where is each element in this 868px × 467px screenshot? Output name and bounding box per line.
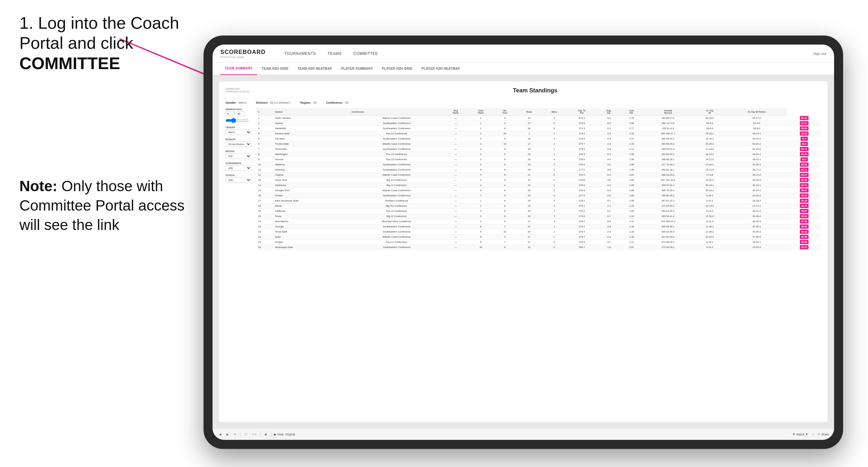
table-cell: -3.5 <box>597 178 620 183</box>
table-cell: 8-14-0 <box>693 209 726 214</box>
table-cell: — <box>443 147 468 152</box>
toolbar-btn-5[interactable]: □ + <box>251 432 258 437</box>
table-cell: 58.94 <box>787 178 821 183</box>
step-title: 1. Log into the Coach Portal and click C… <box>20 13 207 73</box>
table-cell: 6 <box>542 121 566 126</box>
table-cell: 87.21 <box>787 121 821 126</box>
table-row: 6Florida StateAtlantic Coast Conference—… <box>256 142 821 147</box>
school-select[interactable]: (All) <box>225 177 251 183</box>
table-cell: 23 <box>517 162 542 167</box>
table-cell: 40-33-3 <box>726 178 787 183</box>
table-cell: 268 83-15.0 <box>643 173 693 178</box>
sub-nav-team-h2h-grid[interactable]: TEAM H2H GRID <box>257 63 293 75</box>
table-cell: 26 <box>517 188 542 193</box>
table-cell: 276.6 <box>567 183 597 188</box>
table-cell: 2.77 <box>620 126 643 131</box>
table-cell: 11-38-2 <box>693 229 726 235</box>
table-cell: 278.2 <box>567 209 597 214</box>
table-cell: 5 <box>468 162 493 167</box>
table-cell: 0 <box>542 245 566 250</box>
table-cell: 11-19-0 <box>693 147 726 152</box>
table-cell: -5.2 <box>597 116 620 121</box>
table-cell: 275.7 <box>567 142 597 147</box>
table-cell: 8 <box>493 204 517 209</box>
table-cell: 274.2 <box>567 131 597 136</box>
min-rou-min-input[interactable] <box>225 112 235 116</box>
view-original-btn[interactable]: ▶ View: Original <box>274 433 295 436</box>
table-cell: 260 117-4.0 <box>643 121 693 126</box>
toolbar-btn-3[interactable]: ↻ <box>232 432 238 437</box>
table-cell: 24 <box>517 183 542 188</box>
table-cell: Ole Miss <box>273 136 350 142</box>
min-rou-slider[interactable] <box>225 118 249 123</box>
tablet-screen: SCOREBOARD Powered by clippd TOURNAMENTS… <box>213 44 834 440</box>
region-select[interactable]: N/A <box>225 153 251 159</box>
table-cell: 18 <box>256 204 273 209</box>
table-cell: 4 <box>542 193 566 198</box>
col-adj-to-par: Adj. ToPar <box>567 108 597 116</box>
table-cell: 2.52 <box>620 131 643 136</box>
nav-teams[interactable]: TEAMS <box>322 44 348 63</box>
table-cell: 1.41 <box>620 219 643 224</box>
table-cell: 17-33-8 <box>693 214 726 219</box>
share-btn[interactable]: ↗ Share <box>817 433 829 436</box>
table-cell: 262 63-15.1 <box>643 136 693 142</box>
col-rank: # <box>256 108 273 116</box>
school-filter-label: School <box>225 174 251 176</box>
gender-select[interactable]: Men's <box>225 129 251 135</box>
nav-tournaments[interactable]: TOURNAMENTS <box>278 44 322 63</box>
table-cell: North Carolina <box>273 116 350 121</box>
col-vs-top-50: Vs Top 50 Points <box>726 108 787 116</box>
table-cell: 8 <box>493 126 517 131</box>
nav-committee[interactable]: COMMITTEE <box>348 44 384 63</box>
sign-out-button[interactable]: Sign out <box>811 52 826 56</box>
table-cell: Washington <box>273 152 350 157</box>
table-cell: 279.4 <box>567 229 597 235</box>
table-cell: 10-23-0 <box>693 235 726 240</box>
table-cell: 60.71 <box>787 183 821 188</box>
table-cell: -3.1 <box>597 240 620 245</box>
table-cell: 277.0 <box>567 167 597 173</box>
view-original-label: View: Original <box>277 433 295 436</box>
table-row: 19CaliforniaPac-12 Conference—48242278.2… <box>256 209 821 214</box>
table-cell: -0.7 <box>597 214 620 219</box>
toolbar-btn-4[interactable]: ☐ <box>243 432 248 437</box>
table-cell: 9 <box>256 157 273 162</box>
table-cell: 23 <box>517 152 542 157</box>
step-number: 1. <box>20 13 33 32</box>
sub-nav-team-summary[interactable]: TEAM SUMMARY <box>220 63 257 75</box>
table-cell: 38.42 <box>787 229 821 235</box>
table-cell: 265 76-29.1 <box>643 188 693 193</box>
table-cell: Duke <box>273 235 350 240</box>
table-cell: Florida <box>273 193 350 198</box>
table-cell: 71.7 <box>787 136 821 142</box>
table-cell: 8 <box>493 157 517 162</box>
toolbar-divider-3 <box>271 432 271 437</box>
table-cell: 8 <box>493 245 517 250</box>
toolbar-btn-6[interactable]: □ <box>811 432 815 437</box>
table-cell: 48.27 <box>787 209 821 214</box>
table-cell: 30-15-1 <box>693 183 726 188</box>
toolbar-btn-1[interactable]: ◀ <box>218 432 223 437</box>
toolbar-btn-2[interactable]: ▶ <box>225 432 230 437</box>
table-cell: 13-24-1 <box>693 162 726 167</box>
min-rou-label: Minimum Rou... <box>225 108 251 111</box>
watch-btn[interactable]: 👁 Watch ▼ <box>793 433 808 436</box>
table-cell: 1.55 <box>620 198 643 204</box>
table-cell: 1.53 <box>620 209 643 214</box>
sub-nav-player-h2h-heatmap[interactable]: PLAYER H2H HEATMAP <box>417 63 465 75</box>
sub-nav-player-h2h-grid[interactable]: PLAYER H2H GRID <box>377 63 417 75</box>
table-cell: 23 <box>517 167 542 173</box>
table-cell: 33-44-3 <box>726 229 787 235</box>
table-cell: Big 12 Conference <box>350 183 443 188</box>
min-rou-max-input[interactable] <box>236 112 245 116</box>
table-cell: 2 <box>542 209 566 214</box>
division-display-value: NCAA Division I <box>270 101 291 104</box>
table-cell: 24-25-2 <box>726 193 787 198</box>
sub-nav-player-summary[interactable]: PLAYER SUMMARY <box>337 63 377 75</box>
table-cell: 26 <box>517 126 542 131</box>
table-row: 17East Tennessee StateSouthern Conferenc… <box>256 198 821 204</box>
sub-nav-team-h2h-heatmap[interactable]: TEAM H2H HEATMAP <box>293 63 337 75</box>
conference-select[interactable]: (All) <box>225 165 251 171</box>
division-select[interactable]: NCAA Division I <box>225 142 251 147</box>
